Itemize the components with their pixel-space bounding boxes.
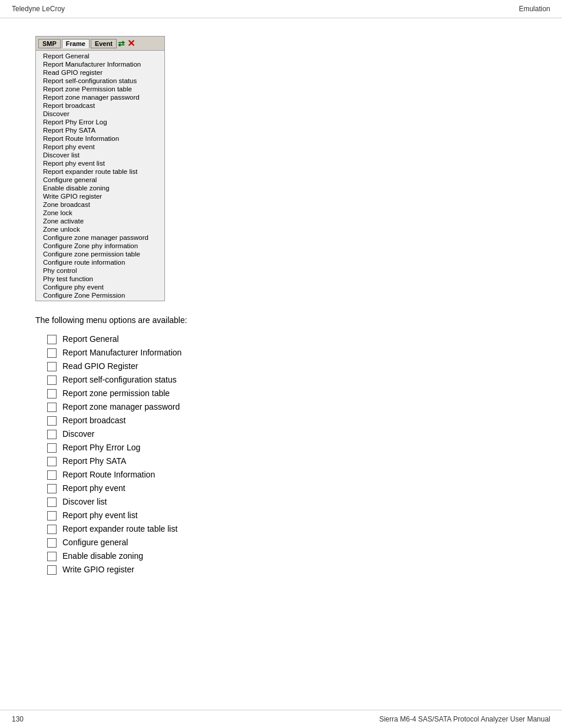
checkbox-icon [47,348,57,358]
list-item: Report phy event [47,483,527,493]
list-item: Discover [47,429,527,439]
menu-item[interactable]: Configure route information [36,258,164,266]
list-item: Report General [47,334,527,344]
list-item-label: Read GPIO Register [62,361,138,371]
menu-item[interactable]: Report phy event list [36,159,164,167]
menu-items-list: Report GeneralReport Manufacturer Inform… [36,51,164,301]
section-intro: The following menu options are available… [35,315,527,325]
list-item-label: Report Phy Error Log [62,443,140,452]
header-right: Emulation [519,5,550,13]
menu-item[interactable]: Write GPIO register [36,192,164,200]
list-item-label: Discover list [62,497,107,506]
checkbox-icon [47,375,57,385]
checkbox-icon [47,430,57,439]
menu-item[interactable]: Read GPIO register [36,68,164,77]
checkbox-icon [47,498,57,507]
list-item-label: Configure general [62,538,128,547]
list-item: Enable disable zoning [47,551,527,561]
menu-item[interactable]: Report Phy Error Log [36,118,164,126]
menu-item[interactable]: Discover [36,110,164,118]
page-footer: 130 Sierra M6-4 SAS/SATA Protocol Analyz… [0,710,562,728]
checkbox-icon [47,565,57,575]
list-item-label: Report zone permission table [62,388,170,398]
menu-item[interactable]: Enable disable zoning [36,184,164,192]
menu-item[interactable]: Configure Zone phy information [36,242,164,250]
close-button[interactable]: ✕ [127,38,135,49]
footer-left: 130 [12,715,24,723]
menu-item[interactable]: Report Phy SATA [36,126,164,134]
tab-event[interactable]: Event [91,39,117,48]
menu-item[interactable]: Report expander route table list [36,167,164,176]
checkbox-icon [47,443,57,453]
main-content: SMP Frame Event ⇄ ✕ Report GeneralReport… [0,18,562,596]
checkbox-icon [47,525,57,534]
menu-item[interactable]: Zone broadcast [36,200,164,209]
list-item: Report Route Information [47,470,527,480]
menu-item[interactable]: Configure zone manager password [36,233,164,242]
checkbox-icon [47,389,57,398]
arrows-icon[interactable]: ⇄ [118,39,125,48]
list-item-label: Report Route Information [62,470,155,479]
list-item-label: Report broadcast [62,416,125,425]
list-item-label: Enable disable zoning [62,551,143,561]
checkbox-icon [47,470,57,480]
menu-item[interactable]: Configure Zone Permission [36,291,164,299]
list-item-label: Report expander route table list [62,524,177,533]
list-item-label: Report Manufacturer Information [62,348,181,357]
list-item-label: Report phy event list [62,510,138,520]
list-item: Configure general [47,538,527,548]
menu-item[interactable]: Report phy event [36,143,164,151]
menu-item[interactable]: Zone lock [36,209,164,217]
header-left: Teledyne LeCroy [12,5,65,13]
menu-item[interactable]: Configure zone permission table [36,250,164,258]
footer-right: Sierra M6-4 SAS/SATA Protocol Analyzer U… [379,715,550,723]
menu-item[interactable]: Report self-configuration status [36,77,164,85]
list-item: Report Phy Error Log [47,443,527,453]
checkbox-icon [47,416,57,426]
list-item: Report broadcast [47,416,527,426]
list-item-label: Report zone manager password [62,402,180,411]
list-item-label: Report phy event [62,483,125,493]
list-item: Report self-configuration status [47,375,527,385]
list-item-label: Report Phy SATA [62,456,126,466]
checkbox-icon [47,457,57,466]
menu-toolbar: SMP Frame Event ⇄ ✕ [36,37,164,51]
list-item: Report phy event list [47,510,527,521]
menu-item[interactable]: Report Manufacturer Information [36,60,164,68]
menu-item[interactable]: Configure general [36,176,164,184]
list-item: Report expander route table list [47,524,527,534]
menu-item[interactable]: Report Route Information [36,134,164,143]
menu-item[interactable]: Report broadcast [36,101,164,110]
menu-panel: SMP Frame Event ⇄ ✕ Report GeneralReport… [35,36,165,301]
tab-smp[interactable]: SMP [38,39,61,48]
menu-item[interactable]: Report General [36,52,164,60]
list-item: Report zone manager password [47,402,527,412]
list-item: Write GPIO register [47,565,527,575]
list-item-label: Report self-configuration status [62,375,177,384]
checkbox-icon [47,484,57,493]
menu-item[interactable]: Zone unlock [36,225,164,233]
menu-item[interactable]: Configure phy event [36,283,164,291]
checkbox-icon [47,362,57,371]
checkbox-icon [47,335,57,344]
list-item: Report zone permission table [47,388,527,398]
checkbox-icon [47,538,57,548]
list-item: Report Manufacturer Information [47,348,527,358]
list-item: Discover list [47,497,527,507]
list-item: Report Phy SATA [47,456,527,466]
menu-item[interactable]: Report zone manager password [36,93,164,101]
checkbox-icon [47,511,57,521]
menu-item[interactable]: Phy control [36,266,164,275]
list-item-label: Write GPIO register [62,565,134,574]
checkbox-icon [47,552,57,561]
menu-item[interactable]: Report zone Permission table [36,85,164,93]
menu-item[interactable]: Phy test function [36,275,164,283]
page-header: Teledyne LeCroy Emulation [0,0,562,18]
list-item: Read GPIO Register [47,361,527,371]
tab-frame[interactable]: Frame [62,39,90,48]
list-item-label: Discover [62,429,94,439]
list-item-label: Report General [62,334,119,344]
bullet-list: Report GeneralReport Manufacturer Inform… [35,334,527,575]
menu-item[interactable]: Zone activate [36,217,164,225]
menu-item[interactable]: Discover list [36,151,164,159]
